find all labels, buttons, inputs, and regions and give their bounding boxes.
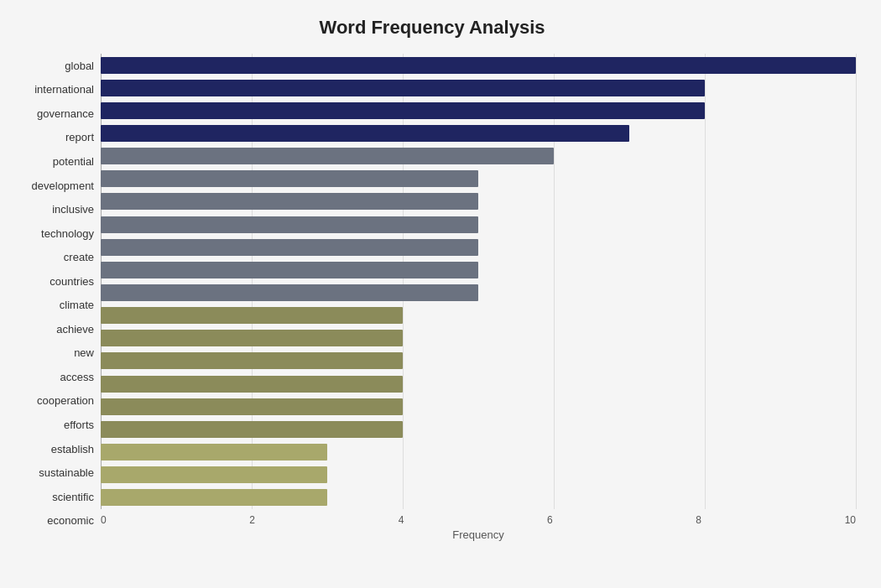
bar bbox=[101, 376, 403, 393]
x-tick-label: 8 bbox=[696, 514, 701, 526]
bar-row bbox=[101, 193, 856, 210]
bar bbox=[101, 489, 327, 506]
bar bbox=[101, 170, 478, 187]
y-label: access bbox=[60, 372, 94, 382]
x-axis-title: Frequency bbox=[101, 528, 856, 541]
y-label: efforts bbox=[64, 419, 94, 430]
bar bbox=[101, 330, 403, 346]
y-label: cooperation bbox=[37, 395, 94, 406]
bar-row bbox=[101, 284, 856, 301]
bar bbox=[101, 421, 403, 438]
bar-row bbox=[101, 421, 856, 438]
y-axis: globalinternationalgovernancereportpoten… bbox=[8, 54, 101, 533]
y-label: countries bbox=[50, 276, 94, 287]
y-label: climate bbox=[60, 299, 94, 310]
bar bbox=[101, 262, 478, 278]
bar-row bbox=[101, 489, 856, 506]
y-label: governance bbox=[37, 108, 94, 119]
y-label: scientific bbox=[52, 492, 94, 502]
bar bbox=[101, 284, 478, 301]
x-tick-label: 10 bbox=[845, 514, 856, 526]
bar bbox=[101, 444, 327, 461]
bar-row bbox=[101, 444, 856, 461]
bar bbox=[101, 352, 403, 369]
x-tick-label: 4 bbox=[399, 514, 404, 526]
bar bbox=[101, 57, 856, 74]
y-label: sustainable bbox=[39, 467, 94, 478]
bar-row bbox=[101, 170, 856, 187]
bar bbox=[101, 216, 478, 233]
bar-row bbox=[101, 330, 856, 346]
bar-row bbox=[101, 80, 856, 96]
y-label: potential bbox=[53, 156, 94, 167]
bar-row bbox=[101, 466, 856, 483]
y-label: create bbox=[64, 252, 94, 263]
bar-row bbox=[101, 307, 856, 324]
y-label: international bbox=[34, 84, 94, 95]
bar bbox=[101, 102, 705, 119]
bar-row bbox=[101, 398, 856, 415]
x-tick-label: 0 bbox=[101, 514, 107, 526]
bar bbox=[101, 193, 478, 210]
bar bbox=[101, 239, 478, 256]
y-label: new bbox=[74, 347, 94, 358]
bars-area: 0246810 Frequency bbox=[101, 54, 856, 533]
x-tick-label: 6 bbox=[547, 514, 553, 526]
y-label: economic bbox=[47, 515, 94, 526]
bar bbox=[101, 125, 629, 142]
bar-row bbox=[101, 262, 856, 278]
x-tick-label: 2 bbox=[249, 514, 255, 526]
y-label: inclusive bbox=[52, 204, 94, 215]
y-label: report bbox=[65, 132, 94, 143]
bar-row bbox=[101, 57, 856, 74]
bar bbox=[101, 398, 403, 415]
bar bbox=[101, 307, 403, 324]
bar-row bbox=[101, 376, 856, 393]
bar-row bbox=[101, 239, 856, 256]
bar bbox=[101, 80, 705, 96]
bar bbox=[101, 466, 327, 483]
y-label: global bbox=[65, 60, 94, 71]
y-label: achieve bbox=[56, 324, 94, 335]
bar-row bbox=[101, 125, 856, 142]
grid-line bbox=[856, 54, 857, 509]
bar-row bbox=[101, 148, 856, 164]
y-label: development bbox=[32, 180, 94, 191]
y-label: technology bbox=[41, 228, 94, 239]
bar bbox=[101, 148, 554, 164]
y-label: establish bbox=[51, 444, 94, 455]
x-axis: 0246810 bbox=[101, 514, 856, 526]
bar-row bbox=[101, 352, 856, 369]
chart-title: Word Frequency Analysis bbox=[8, 17, 856, 39]
bar-row bbox=[101, 216, 856, 233]
chart-container: Word Frequency Analysis globalinternatio… bbox=[0, 0, 881, 588]
bar-row bbox=[101, 102, 856, 119]
